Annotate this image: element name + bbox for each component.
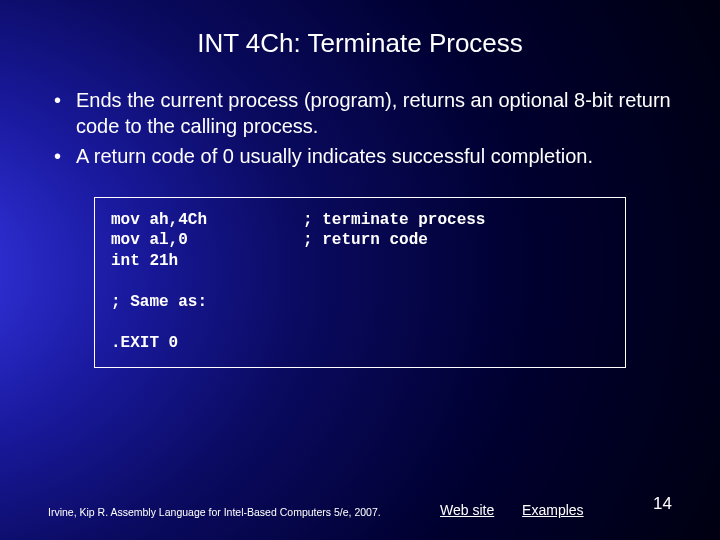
footer-links: Web site Examples bbox=[440, 502, 608, 518]
website-link[interactable]: Web site bbox=[440, 502, 494, 518]
footer-citation: Irvine, Kip R. Assembly Language for Int… bbox=[48, 506, 381, 518]
bullet-list: Ends the current process (program), retu… bbox=[48, 87, 672, 169]
examples-link[interactable]: Examples bbox=[522, 502, 583, 518]
slide-footer: Irvine, Kip R. Assembly Language for Int… bbox=[48, 506, 672, 518]
bullet-item: Ends the current process (program), retu… bbox=[48, 87, 672, 139]
code-block: mov ah,4Ch ; terminate process mov al,0 … bbox=[94, 197, 626, 368]
slide-title: INT 4Ch: Terminate Process bbox=[0, 0, 720, 59]
slide-body: Ends the current process (program), retu… bbox=[0, 59, 720, 368]
page-number: 14 bbox=[653, 494, 672, 514]
bullet-item: A return code of 0 usually indicates suc… bbox=[48, 143, 672, 169]
